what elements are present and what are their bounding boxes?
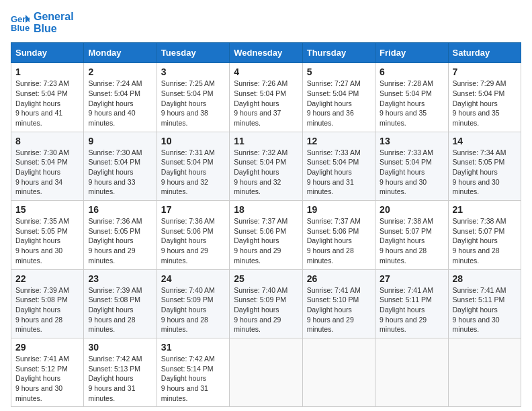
day-info: Sunrise: 7:40 AM Sunset: 5:09 PM Dayligh… xyxy=(161,285,225,334)
day-info: Sunrise: 7:32 AM Sunset: 5:04 PM Dayligh… xyxy=(234,148,298,197)
day-info: Sunrise: 7:25 AM Sunset: 5:04 PM Dayligh… xyxy=(161,79,225,128)
week-row-3: 15 Sunrise: 7:35 AM Sunset: 5:05 PM Dayl… xyxy=(11,201,521,269)
calendar-cell: 31 Sunrise: 7:42 AM Sunset: 5:14 PM Dayl… xyxy=(157,338,229,406)
calendar-cell: 3 Sunrise: 7:25 AM Sunset: 5:04 PM Dayli… xyxy=(157,63,229,132)
day-info: Sunrise: 7:42 AM Sunset: 5:13 PM Dayligh… xyxy=(88,354,152,403)
day-info: Sunrise: 7:38 AM Sunset: 5:07 PM Dayligh… xyxy=(453,216,517,265)
day-info: Sunrise: 7:34 AM Sunset: 5:05 PM Dayligh… xyxy=(453,148,517,197)
day-number: 29 xyxy=(15,342,79,353)
day-number: 24 xyxy=(161,273,225,284)
calendar-cell: 25 Sunrise: 7:40 AM Sunset: 5:09 PM Dayl… xyxy=(230,269,302,338)
calendar-body: 1 Sunrise: 7:23 AM Sunset: 5:04 PM Dayli… xyxy=(11,63,521,407)
calendar-cell xyxy=(375,338,448,406)
day-number: 21 xyxy=(453,204,517,215)
logo-text: GeneralBlue xyxy=(34,11,74,34)
day-number: 27 xyxy=(380,273,443,284)
day-number: 5 xyxy=(307,66,371,77)
day-info: Sunrise: 7:37 AM Sunset: 5:06 PM Dayligh… xyxy=(307,216,371,265)
day-number: 12 xyxy=(307,136,371,146)
week-row-2: 8 Sunrise: 7:30 AM Sunset: 5:04 PM Dayli… xyxy=(11,132,521,200)
day-info: Sunrise: 7:35 AM Sunset: 5:05 PM Dayligh… xyxy=(15,216,79,265)
calendar-cell: 17 Sunrise: 7:36 AM Sunset: 5:06 PM Dayl… xyxy=(157,201,229,269)
calendar-cell xyxy=(448,338,521,406)
weekday-header-friday: Friday xyxy=(375,43,448,63)
calendar-cell: 10 Sunrise: 7:31 AM Sunset: 5:04 PM Dayl… xyxy=(157,132,229,200)
day-number: 30 xyxy=(88,342,152,353)
day-number: 23 xyxy=(88,273,152,284)
calendar-cell: 7 Sunrise: 7:29 AM Sunset: 5:04 PM Dayli… xyxy=(448,63,521,132)
calendar-cell: 26 Sunrise: 7:41 AM Sunset: 5:10 PM Dayl… xyxy=(302,269,375,338)
day-info: Sunrise: 7:33 AM Sunset: 5:04 PM Dayligh… xyxy=(380,148,443,197)
day-number: 3 xyxy=(161,66,225,77)
day-info: Sunrise: 7:23 AM Sunset: 5:04 PM Dayligh… xyxy=(15,79,79,128)
calendar-cell: 8 Sunrise: 7:30 AM Sunset: 5:04 PM Dayli… xyxy=(11,132,84,200)
day-info: Sunrise: 7:31 AM Sunset: 5:04 PM Dayligh… xyxy=(161,148,225,197)
calendar-cell: 2 Sunrise: 7:24 AM Sunset: 5:04 PM Dayli… xyxy=(84,63,157,132)
calendar-cell: 15 Sunrise: 7:35 AM Sunset: 5:05 PM Dayl… xyxy=(11,201,84,269)
day-number: 31 xyxy=(161,342,225,353)
day-info: Sunrise: 7:39 AM Sunset: 5:08 PM Dayligh… xyxy=(15,285,79,334)
day-info: Sunrise: 7:41 AM Sunset: 5:11 PM Dayligh… xyxy=(380,285,443,334)
weekday-header-thursday: Thursday xyxy=(302,43,375,63)
calendar-cell: 27 Sunrise: 7:41 AM Sunset: 5:11 PM Dayl… xyxy=(375,269,448,338)
day-info: Sunrise: 7:27 AM Sunset: 5:04 PM Dayligh… xyxy=(307,79,371,128)
svg-text:Blue: Blue xyxy=(11,23,30,32)
day-info: Sunrise: 7:29 AM Sunset: 5:04 PM Dayligh… xyxy=(453,79,517,128)
calendar-cell: 22 Sunrise: 7:39 AM Sunset: 5:08 PM Dayl… xyxy=(11,269,84,338)
day-info: Sunrise: 7:39 AM Sunset: 5:08 PM Dayligh… xyxy=(88,285,152,334)
calendar-cell: 4 Sunrise: 7:26 AM Sunset: 5:04 PM Dayli… xyxy=(230,63,302,132)
calendar-cell: 18 Sunrise: 7:37 AM Sunset: 5:06 PM Dayl… xyxy=(230,201,302,269)
day-number: 9 xyxy=(88,136,152,146)
day-number: 13 xyxy=(380,136,443,146)
week-row-5: 29 Sunrise: 7:41 AM Sunset: 5:12 PM Dayl… xyxy=(11,338,521,406)
week-row-1: 1 Sunrise: 7:23 AM Sunset: 5:04 PM Dayli… xyxy=(11,63,521,132)
day-number: 11 xyxy=(234,136,298,146)
day-number: 17 xyxy=(161,204,225,215)
day-info: Sunrise: 7:41 AM Sunset: 5:10 PM Dayligh… xyxy=(307,285,371,334)
day-info: Sunrise: 7:42 AM Sunset: 5:14 PM Dayligh… xyxy=(161,354,225,403)
day-number: 16 xyxy=(88,204,152,215)
calendar-cell: 14 Sunrise: 7:34 AM Sunset: 5:05 PM Dayl… xyxy=(448,132,521,200)
day-number: 18 xyxy=(234,204,298,215)
day-number: 22 xyxy=(15,273,79,284)
logo: General Blue GeneralBlue xyxy=(11,11,74,34)
calendar-cell: 30 Sunrise: 7:42 AM Sunset: 5:13 PM Dayl… xyxy=(84,338,157,406)
calendar-cell: 19 Sunrise: 7:37 AM Sunset: 5:06 PM Dayl… xyxy=(302,201,375,269)
calendar-cell: 13 Sunrise: 7:33 AM Sunset: 5:04 PM Dayl… xyxy=(375,132,448,200)
calendar-cell: 20 Sunrise: 7:38 AM Sunset: 5:07 PM Dayl… xyxy=(375,201,448,269)
day-number: 26 xyxy=(307,273,371,284)
calendar-cell: 23 Sunrise: 7:39 AM Sunset: 5:08 PM Dayl… xyxy=(84,269,157,338)
day-number: 25 xyxy=(234,273,298,284)
day-number: 10 xyxy=(161,136,225,146)
day-number: 28 xyxy=(453,273,517,284)
calendar-cell xyxy=(230,338,302,406)
day-number: 19 xyxy=(307,204,371,215)
day-info: Sunrise: 7:40 AM Sunset: 5:09 PM Dayligh… xyxy=(234,285,298,334)
day-info: Sunrise: 7:26 AM Sunset: 5:04 PM Dayligh… xyxy=(234,79,298,128)
day-info: Sunrise: 7:30 AM Sunset: 5:04 PM Dayligh… xyxy=(15,148,79,197)
day-info: Sunrise: 7:33 AM Sunset: 5:04 PM Dayligh… xyxy=(307,148,371,197)
day-info: Sunrise: 7:37 AM Sunset: 5:06 PM Dayligh… xyxy=(234,216,298,265)
day-number: 6 xyxy=(380,66,443,77)
calendar-cell: 5 Sunrise: 7:27 AM Sunset: 5:04 PM Dayli… xyxy=(302,63,375,132)
weekday-header-row: SundayMondayTuesdayWednesdayThursdayFrid… xyxy=(11,43,521,63)
day-number: 4 xyxy=(234,66,298,77)
day-info: Sunrise: 7:41 AM Sunset: 5:11 PM Dayligh… xyxy=(453,285,517,334)
day-number: 14 xyxy=(453,136,517,146)
calendar-cell: 11 Sunrise: 7:32 AM Sunset: 5:04 PM Dayl… xyxy=(230,132,302,200)
day-info: Sunrise: 7:36 AM Sunset: 5:06 PM Dayligh… xyxy=(161,216,225,265)
week-row-4: 22 Sunrise: 7:39 AM Sunset: 5:08 PM Dayl… xyxy=(11,269,521,338)
calendar-cell: 12 Sunrise: 7:33 AM Sunset: 5:04 PM Dayl… xyxy=(302,132,375,200)
day-number: 1 xyxy=(15,66,79,77)
weekday-header-tuesday: Tuesday xyxy=(157,43,229,63)
calendar-cell: 24 Sunrise: 7:40 AM Sunset: 5:09 PM Dayl… xyxy=(157,269,229,338)
calendar-cell xyxy=(302,338,375,406)
day-number: 2 xyxy=(88,66,152,77)
calendar-cell: 21 Sunrise: 7:38 AM Sunset: 5:07 PM Dayl… xyxy=(448,201,521,269)
calendar-table: SundayMondayTuesdayWednesdayThursdayFrid… xyxy=(11,42,521,407)
day-info: Sunrise: 7:36 AM Sunset: 5:05 PM Dayligh… xyxy=(88,216,152,265)
calendar-cell: 29 Sunrise: 7:41 AM Sunset: 5:12 PM Dayl… xyxy=(11,338,84,406)
weekday-header-wednesday: Wednesday xyxy=(230,43,302,63)
day-number: 20 xyxy=(380,204,443,215)
day-info: Sunrise: 7:38 AM Sunset: 5:07 PM Dayligh… xyxy=(380,216,443,265)
